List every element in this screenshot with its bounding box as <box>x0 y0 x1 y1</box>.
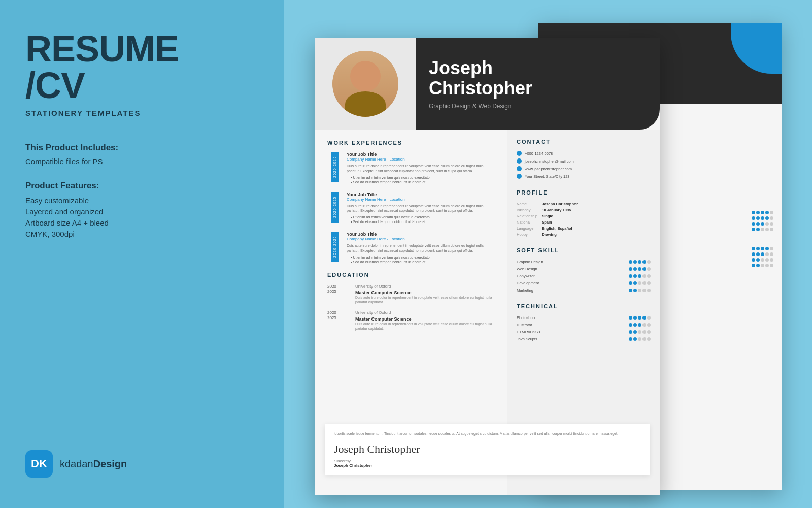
skill-item: Graphic Design <box>517 260 651 264</box>
email-icon <box>517 158 522 164</box>
skill-item: Photoshop <box>517 315 651 320</box>
letter-name-bold: Joseph Christopher <box>334 463 640 468</box>
contact-section-title: CONTACT <box>517 139 651 145</box>
brand-icon: DK <box>25 450 53 478</box>
edu-item: 2020 -2025 University of Oxford Master C… <box>327 310 495 331</box>
divider <box>517 240 651 240</box>
work-item: 2020-2025 Your Job Title Company Name He… <box>327 152 495 185</box>
resume-subtitle: Graphic Design & Web Design <box>429 103 647 110</box>
features-title: Product Features: <box>25 181 259 191</box>
contact-address: Your Street, State/City 123 <box>517 174 651 179</box>
includes-title: This Product Includes: <box>25 143 259 153</box>
left-panel: RESUME /CV STATIONERY TEMPLATES This Pro… <box>0 0 284 508</box>
letter-signature: Joseph Christopher <box>334 442 640 456</box>
resume-title: RESUME /CV <box>25 30 259 104</box>
resume-main-page: Joseph Christopher Graphic Design & Web … <box>315 38 660 495</box>
resume-name: Joseph Christopher <box>429 58 647 98</box>
soft-skill-title: SOFT SKILL <box>517 247 651 253</box>
letter-snippet: lobortis scelerisque fermentum. Tincidun… <box>325 424 650 475</box>
work-item: 2020-2025 Your Job Title Company Name He… <box>327 232 495 265</box>
location-icon <box>517 174 522 179</box>
web-icon <box>517 166 522 171</box>
divider <box>517 296 651 296</box>
face-head <box>350 61 381 91</box>
letter-text: lobortis scelerisque fermentum. Tincidun… <box>334 431 640 437</box>
skill-item: Illustrator <box>517 323 651 327</box>
face-body <box>345 91 386 117</box>
resume-photo <box>332 51 398 117</box>
skill-item: Web Design <box>517 267 651 271</box>
brand-footer: DK kdadanDesign <box>25 450 259 478</box>
skill-item: Marketing <box>517 288 651 293</box>
brand-name: kdadanDesign <box>60 458 127 470</box>
skill-item: Copywriter <box>517 274 651 278</box>
profile-grid: NameJoseph Christopher Birthday10 Januar… <box>517 202 651 237</box>
resume-name-area: Joseph Christopher Graphic Design & Web … <box>416 38 660 130</box>
feature-item: Easy customizable <box>25 196 259 205</box>
left-top: RESUME /CV STATIONERY TEMPLATES This Pro… <box>25 30 259 253</box>
divider <box>517 182 651 182</box>
includes-section: This Product Includes: Compatible files … <box>25 143 259 166</box>
technical-title: TECHNICAL <box>517 303 651 309</box>
profile-section-title: PROFILE <box>517 189 651 196</box>
education-section-title: EDUCATION <box>327 272 495 278</box>
work-item: 2020-2025 Your Job Title Company Name He… <box>327 192 495 225</box>
features-list: Easy customizable Layered and organized … <box>25 196 259 238</box>
contact-phone: +000-1234-5678 <box>517 151 651 156</box>
skill-item: Development <box>517 281 651 285</box>
skill-item: Java Scripts <box>517 337 651 341</box>
stationery-label: STATIONERY TEMPLATES <box>25 109 259 117</box>
edu-item: 2020 -2025 University of Oxford Master C… <box>327 284 495 304</box>
right-panel: h topher Web Design CONTACT +000-1234-56… <box>284 0 812 508</box>
contact-email: josephchristopher@mail.com <box>517 158 651 164</box>
contact-web: www.josephchristopher.com <box>517 166 651 171</box>
phone-icon <box>517 151 522 156</box>
feature-item: CMYK, 300dpi <box>25 230 259 238</box>
resume-header: Joseph Christopher Graphic Design & Web … <box>315 38 660 130</box>
resume-container: h topher Web Design CONTACT +000-1234-56… <box>315 23 782 505</box>
letter-sincerely: Sincerely <box>334 459 640 463</box>
skill-item: HTML5/CSS3 <box>517 330 651 334</box>
features-section: Product Features: Easy customizable Laye… <box>25 181 259 238</box>
resume-photo-area <box>315 38 416 130</box>
includes-text: Compatible files for PS <box>25 157 259 166</box>
feature-item: Artboard size A4 + bleed <box>25 218 259 227</box>
second-header-accent <box>731 23 782 74</box>
work-section-title: WORK EXPERIENCES <box>327 140 495 146</box>
feature-item: Layered and organized <box>25 207 259 216</box>
